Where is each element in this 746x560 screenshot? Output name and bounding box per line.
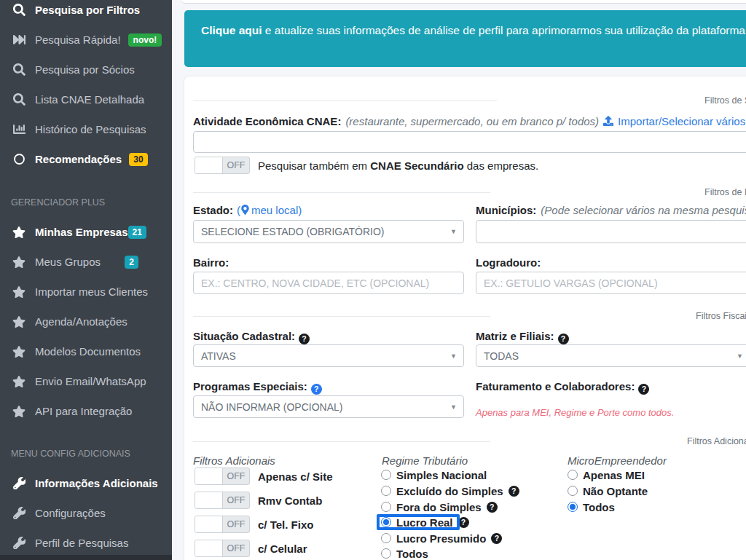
- wrench-icon: [11, 477, 27, 489]
- section-label-adicionais: Filtros Adicionai: [687, 436, 746, 446]
- star-icon: [11, 316, 27, 328]
- bairro-input[interactable]: [193, 272, 464, 294]
- fast-forward-icon: [11, 33, 27, 46]
- clique-aqui-link[interactable]: Clique aqui: [201, 24, 262, 36]
- toggle-label: Rmv Contab: [258, 494, 322, 507]
- sidebar-item-historico[interactable]: Histórico de Pesquisas: [0, 114, 172, 144]
- sidebar-item-label: Configurações: [35, 507, 106, 519]
- wrench-icon: [11, 537, 27, 549]
- sidebar-item-envio-email[interactable]: Envio Email/WhatsApp: [0, 366, 172, 396]
- section-divider: [193, 441, 490, 442]
- help-icon[interactable]: ?: [487, 502, 498, 513]
- count-badge: 30: [129, 153, 147, 166]
- importar-selecionar-link[interactable]: Importar/Selecionar vários: [603, 115, 745, 127]
- toggle-state-label: OFF: [223, 157, 249, 173]
- sidebar-item-label: Minhas Empresas: [35, 226, 128, 238]
- help-icon[interactable]: ?: [311, 384, 322, 395]
- meu-local-link[interactable]: ( meu local ): [237, 204, 302, 216]
- sidebar-item-label: Agenda/Anotações: [35, 315, 127, 328]
- programas-especiais-select[interactable]: NÃO INFORMAR (OPCIONAL) ▼: [193, 395, 464, 418]
- sidebar-item-pesquisa-por-filtros[interactable]: Pesquisa por Filtros: [0, 0, 172, 25]
- section-label-selecao: Filtros de S: [704, 95, 746, 106]
- logradouro-label: Logradouro:: [476, 256, 541, 269]
- chart-bar-icon: [11, 123, 27, 135]
- sidebar-item-api-integracao[interactable]: API para Integração: [0, 396, 172, 426]
- section-label-localizacao: Filtros de Lo: [704, 187, 746, 197]
- sidebar-item-configuracoes[interactable]: Configurações: [0, 498, 172, 528]
- sidebar-item-minhas-empresas[interactable]: Minhas Empresas 21: [0, 217, 172, 247]
- sidebar-item-label: Histórico de Pesquisas: [35, 123, 146, 135]
- radio-fora-simples[interactable]: Fora do Simples ?: [381, 500, 498, 514]
- celular-toggle[interactable]: OFF: [195, 540, 250, 557]
- estado-select[interactable]: SELECIONE ESTADO (OBRIGATÓRIO) ▼: [193, 220, 464, 243]
- help-icon[interactable]: ?: [509, 486, 519, 497]
- star-icon: [11, 346, 27, 358]
- radio-simples-nacional[interactable]: Simples Nacional: [381, 468, 487, 482]
- radio-nao-optante[interactable]: Não Optante: [568, 484, 648, 498]
- sidebar-item-modelos-documentos[interactable]: Modelos Documentos: [0, 336, 172, 366]
- matriz-filiais-select[interactable]: TODAS ▼: [476, 344, 746, 367]
- star-icon: [11, 376, 27, 387]
- count-badge: 21: [128, 226, 146, 239]
- municipios-input[interactable]: [476, 220, 746, 243]
- count-badge: 2: [125, 256, 138, 269]
- sidebar-section-gerenciador-plus: GERENCIADOR PLUS: [0, 187, 172, 217]
- apenas-site-toggle[interactable]: OFF: [195, 468, 250, 485]
- sidebar-footer-strip: [0, 555, 172, 560]
- radio-excluido-simples[interactable]: Excluído do Simples ?: [381, 484, 519, 498]
- section-label-fiscais: Filtros Fiscais e: [696, 311, 746, 321]
- cnae-input[interactable]: [193, 131, 746, 153]
- logradouro-input[interactable]: [476, 272, 746, 294]
- sidebar-item-importar-clientes[interactable]: Importar meus Clientes: [0, 277, 172, 307]
- tel-fixo-toggle[interactable]: OFF: [195, 516, 250, 533]
- situacao-cadastral-select[interactable]: ATIVAS ▼: [193, 344, 464, 367]
- radio-icon: [381, 502, 391, 512]
- radio-regime-todos[interactable]: Todos: [381, 546, 428, 560]
- radio-apenas-mei[interactable]: Apenas MEI: [568, 468, 645, 482]
- bairro-label: Bairro:: [193, 256, 229, 269]
- search-icon: [11, 4, 27, 16]
- radio-icon: [568, 470, 578, 480]
- navbar-bottom-edge: [181, 0, 746, 4]
- radio-icon: [381, 470, 391, 480]
- main-content: Clique aqui e atualize suas informações …: [172, 0, 746, 560]
- radio-icon-selected: [568, 502, 578, 512]
- sidebar-item-recomendacoes[interactable]: Recomendações 30: [0, 144, 172, 174]
- estado-label: Estado:: [193, 204, 233, 216]
- sidebar-item-label: Modelos Documentos: [35, 345, 141, 358]
- sidebar-item-pesquisa-por-socios[interactable]: Pesquisa por Sócios: [0, 55, 172, 84]
- section-divider: [193, 100, 497, 101]
- sidebar-item-pesquisa-rapida[interactable]: Pesquisa Rápida! novo!: [0, 25, 172, 55]
- radio-lucro-real[interactable]: Lucro Real ?: [381, 515, 469, 529]
- municipios-label: Municípios:: [476, 204, 536, 216]
- chevron-down-icon: ▼: [737, 352, 743, 360]
- sidebar-item-perfil-pesquisas[interactable]: Perfil de Pesquisas: [0, 528, 172, 558]
- radio-icon: [381, 548, 391, 559]
- help-icon[interactable]: ?: [491, 533, 502, 544]
- help-icon[interactable]: ?: [458, 517, 469, 528]
- sidebar-item-lista-cnae[interactable]: Lista CNAE Detalhada: [0, 84, 172, 114]
- help-icon[interactable]: ?: [638, 384, 649, 395]
- sidebar-item-meus-grupos[interactable]: Meus Grupos 2: [0, 247, 172, 277]
- microempreendedor-header: MicroEmpreendedor: [568, 454, 667, 467]
- help-icon[interactable]: ?: [558, 334, 569, 344]
- cnae-secundario-toggle[interactable]: OFF: [195, 157, 250, 174]
- star-icon: [11, 286, 27, 298]
- sidebar-item-informacoes-adicionais[interactable]: Informações Adicionais: [0, 468, 172, 498]
- cnae-secundario-text: Pesquisar também em CNAE Secundário das …: [258, 159, 538, 172]
- radio-icon: [568, 486, 578, 496]
- sidebar-item-agenda[interactable]: Agenda/Anotações: [0, 307, 172, 336]
- radio-mei-todos[interactable]: Todos: [568, 500, 615, 514]
- star-icon: [11, 406, 27, 417]
- novo-badge: novo!: [128, 33, 162, 47]
- cnae-label: Atividade Econômica CNAE:: [193, 115, 341, 127]
- sidebar-item-label: Informações Adicionais: [35, 477, 158, 489]
- help-icon[interactable]: ?: [299, 334, 310, 344]
- sidebar-item-label: Recomendações: [35, 153, 122, 165]
- search-icon: [11, 63, 27, 76]
- rmv-contab-toggle[interactable]: OFF: [195, 492, 250, 509]
- chevron-down-icon: ▼: [450, 228, 457, 235]
- map-pin-icon: [241, 205, 249, 215]
- star-icon: [11, 256, 27, 268]
- radio-lucro-presumido[interactable]: Lucro Presumido ?: [381, 531, 502, 545]
